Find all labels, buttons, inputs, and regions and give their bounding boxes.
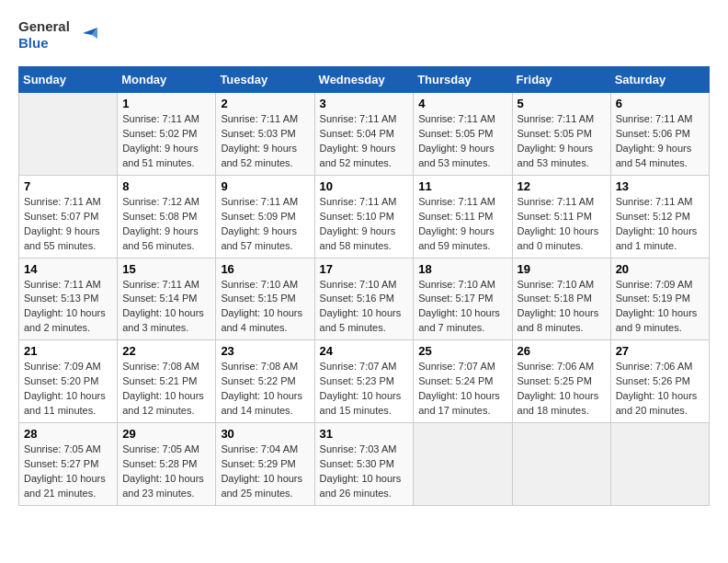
calendar-cell: 24Sunrise: 7:07 AMSunset: 5:23 PMDayligh… [314, 340, 414, 423]
day-number: 13 [616, 179, 704, 193]
day-info: Sunrise: 7:06 AMSunset: 5:25 PMDaylight:… [518, 360, 606, 419]
day-number: 30 [221, 427, 309, 441]
day-info: Sunrise: 7:10 AMSunset: 5:18 PMDaylight:… [518, 278, 606, 337]
calendar-cell: 10Sunrise: 7:11 AMSunset: 5:10 PMDayligh… [314, 175, 414, 258]
day-info: Sunrise: 7:10 AMSunset: 5:15 PMDaylight:… [221, 278, 309, 337]
day-number: 23 [221, 344, 309, 358]
column-header-saturday: Saturday [610, 67, 709, 93]
logo-general: General [18, 18, 70, 35]
calendar-cell: 17Sunrise: 7:10 AMSunset: 5:16 PMDayligh… [314, 258, 414, 340]
day-info: Sunrise: 7:10 AMSunset: 5:16 PMDaylight:… [320, 278, 409, 337]
day-number: 5 [518, 97, 606, 110]
day-number: 10 [320, 179, 409, 193]
day-number: 17 [320, 262, 409, 276]
day-info: Sunrise: 7:11 AMSunset: 5:10 PMDaylight:… [320, 195, 409, 254]
day-info: Sunrise: 7:11 AMSunset: 5:09 PMDaylight:… [221, 195, 309, 254]
day-info: Sunrise: 7:11 AMSunset: 5:05 PMDaylight:… [418, 112, 506, 171]
calendar-cell: 5Sunrise: 7:11 AMSunset: 5:05 PMDaylight… [512, 93, 610, 176]
calendar-cell: 19Sunrise: 7:10 AMSunset: 5:18 PMDayligh… [512, 258, 610, 340]
day-info: Sunrise: 7:05 AMSunset: 5:28 PMDaylight:… [122, 442, 210, 501]
column-header-monday: Monday [118, 67, 216, 93]
day-number: 24 [320, 344, 409, 358]
day-number: 28 [24, 427, 112, 441]
column-header-wednesday: Wednesday [314, 67, 414, 93]
day-number: 31 [320, 427, 409, 441]
calendar-cell: 15Sunrise: 7:11 AMSunset: 5:14 PMDayligh… [118, 258, 216, 340]
calendar-cell [19, 93, 118, 176]
column-header-sunday: Sunday [19, 67, 118, 93]
day-number: 14 [24, 262, 112, 276]
day-number: 29 [122, 427, 210, 441]
day-number: 19 [518, 262, 606, 276]
logo-bird-icon [75, 22, 97, 44]
calendar-cell: 28Sunrise: 7:05 AMSunset: 5:27 PMDayligh… [19, 423, 118, 506]
day-number: 16 [221, 262, 309, 276]
day-info: Sunrise: 7:05 AMSunset: 5:27 PMDaylight:… [24, 442, 112, 501]
week-row-2: 7Sunrise: 7:11 AMSunset: 5:07 PMDaylight… [19, 175, 710, 258]
day-info: Sunrise: 7:11 AMSunset: 5:03 PMDaylight:… [221, 112, 309, 171]
week-row-1: 1Sunrise: 7:11 AMSunset: 5:02 PMDaylight… [19, 93, 710, 176]
day-info: Sunrise: 7:12 AMSunset: 5:08 PMDaylight:… [122, 195, 210, 254]
calendar-table: SundayMondayTuesdayWednesdayThursdayFrid… [18, 66, 710, 506]
day-number: 25 [418, 344, 506, 358]
header-row: SundayMondayTuesdayWednesdayThursdayFrid… [19, 67, 710, 93]
calendar-cell [610, 423, 709, 506]
day-info: Sunrise: 7:11 AMSunset: 5:06 PMDaylight:… [616, 112, 704, 171]
calendar-cell: 16Sunrise: 7:10 AMSunset: 5:15 PMDayligh… [216, 258, 314, 340]
calendar-cell: 26Sunrise: 7:06 AMSunset: 5:25 PMDayligh… [512, 340, 610, 423]
day-number: 11 [418, 179, 506, 193]
day-number: 4 [418, 97, 506, 110]
day-info: Sunrise: 7:11 AMSunset: 5:04 PMDaylight:… [320, 112, 409, 171]
calendar-cell: 11Sunrise: 7:11 AMSunset: 5:11 PMDayligh… [414, 175, 512, 258]
page-header: General Blue [18, 18, 710, 52]
calendar-cell: 9Sunrise: 7:11 AMSunset: 5:09 PMDaylight… [216, 175, 314, 258]
day-info: Sunrise: 7:11 AMSunset: 5:12 PMDaylight:… [616, 195, 704, 254]
day-number: 2 [221, 97, 309, 110]
day-info: Sunrise: 7:08 AMSunset: 5:22 PMDaylight:… [221, 360, 309, 419]
day-number: 8 [122, 179, 210, 193]
day-info: Sunrise: 7:07 AMSunset: 5:24 PMDaylight:… [418, 360, 506, 419]
calendar-cell: 21Sunrise: 7:09 AMSunset: 5:20 PMDayligh… [19, 340, 118, 423]
calendar-cell: 27Sunrise: 7:06 AMSunset: 5:26 PMDayligh… [610, 340, 709, 423]
calendar-cell: 3Sunrise: 7:11 AMSunset: 5:04 PMDaylight… [314, 93, 414, 176]
day-info: Sunrise: 7:08 AMSunset: 5:21 PMDaylight:… [122, 360, 210, 419]
day-number: 1 [122, 97, 210, 110]
day-info: Sunrise: 7:06 AMSunset: 5:26 PMDaylight:… [616, 360, 704, 419]
day-number: 15 [122, 262, 210, 276]
calendar-cell: 12Sunrise: 7:11 AMSunset: 5:11 PMDayligh… [512, 175, 610, 258]
day-number: 3 [320, 97, 409, 110]
day-number: 22 [122, 344, 210, 358]
calendar-cell: 20Sunrise: 7:09 AMSunset: 5:19 PMDayligh… [610, 258, 709, 340]
day-number: 27 [616, 344, 704, 358]
day-info: Sunrise: 7:09 AMSunset: 5:19 PMDaylight:… [616, 278, 704, 337]
day-number: 9 [221, 179, 309, 193]
day-number: 18 [418, 262, 506, 276]
week-row-4: 21Sunrise: 7:09 AMSunset: 5:20 PMDayligh… [19, 340, 710, 423]
calendar-cell: 6Sunrise: 7:11 AMSunset: 5:06 PMDaylight… [610, 93, 709, 176]
calendar-cell: 23Sunrise: 7:08 AMSunset: 5:22 PMDayligh… [216, 340, 314, 423]
calendar-cell: 13Sunrise: 7:11 AMSunset: 5:12 PMDayligh… [610, 175, 709, 258]
day-info: Sunrise: 7:11 AMSunset: 5:05 PMDaylight:… [518, 112, 606, 171]
column-header-tuesday: Tuesday [216, 67, 314, 93]
calendar-cell: 2Sunrise: 7:11 AMSunset: 5:03 PMDaylight… [216, 93, 314, 176]
day-number: 26 [518, 344, 606, 358]
calendar-cell: 22Sunrise: 7:08 AMSunset: 5:21 PMDayligh… [118, 340, 216, 423]
calendar-cell: 7Sunrise: 7:11 AMSunset: 5:07 PMDaylight… [19, 175, 118, 258]
day-info: Sunrise: 7:11 AMSunset: 5:14 PMDaylight:… [122, 278, 210, 337]
day-info: Sunrise: 7:11 AMSunset: 5:13 PMDaylight:… [24, 278, 112, 337]
calendar-cell [414, 423, 512, 506]
day-info: Sunrise: 7:11 AMSunset: 5:07 PMDaylight:… [24, 195, 112, 254]
calendar-cell: 31Sunrise: 7:03 AMSunset: 5:30 PMDayligh… [314, 423, 414, 506]
day-info: Sunrise: 7:03 AMSunset: 5:30 PMDaylight:… [320, 442, 409, 501]
column-header-friday: Friday [512, 67, 610, 93]
day-info: Sunrise: 7:11 AMSunset: 5:11 PMDaylight:… [418, 195, 506, 254]
calendar-cell: 25Sunrise: 7:07 AMSunset: 5:24 PMDayligh… [414, 340, 512, 423]
day-info: Sunrise: 7:10 AMSunset: 5:17 PMDaylight:… [418, 278, 506, 337]
calendar-cell: 30Sunrise: 7:04 AMSunset: 5:29 PMDayligh… [216, 423, 314, 506]
week-row-5: 28Sunrise: 7:05 AMSunset: 5:27 PMDayligh… [19, 423, 710, 506]
calendar-cell: 1Sunrise: 7:11 AMSunset: 5:02 PMDaylight… [118, 93, 216, 176]
day-number: 21 [24, 344, 112, 358]
logo-blue: Blue [18, 35, 70, 52]
column-header-thursday: Thursday [414, 67, 512, 93]
day-info: Sunrise: 7:09 AMSunset: 5:20 PMDaylight:… [24, 360, 112, 419]
